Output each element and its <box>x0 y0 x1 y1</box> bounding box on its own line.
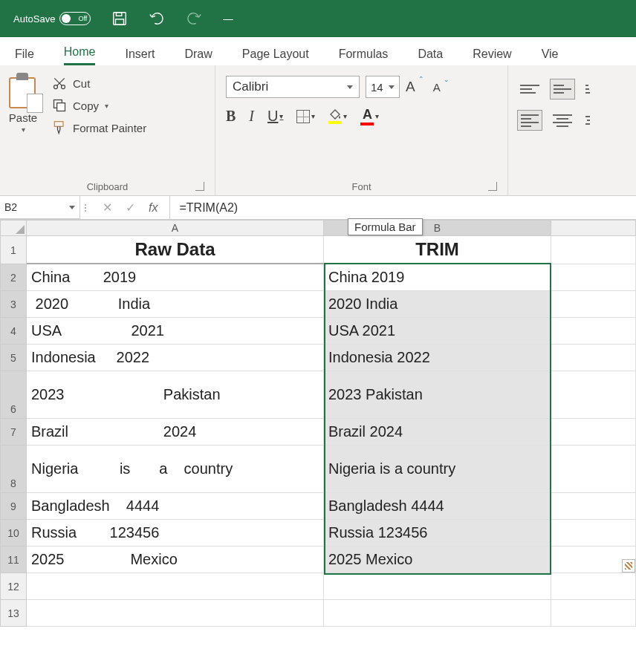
row-header[interactable]: 9 <box>0 493 27 520</box>
cell-C1[interactable] <box>551 236 636 264</box>
formula-input[interactable]: =TRIM(A2) <box>170 196 636 219</box>
row-header[interactable]: 3 <box>0 291 27 318</box>
row-header[interactable]: 10 <box>0 520 27 547</box>
row-header[interactable]: 11 <box>0 547 27 573</box>
cell-B6[interactable]: 2023 Pakistan <box>324 371 551 419</box>
save-icon[interactable] <box>111 10 128 27</box>
cell-A9[interactable]: Bangladesh 4444 <box>27 493 324 520</box>
tab-file[interactable]: File <box>15 48 34 65</box>
row-header[interactable]: 5 <box>0 345 27 371</box>
cell-A8[interactable]: Nigeria is a country <box>27 446 324 493</box>
quick-access-dropdown[interactable] <box>223 18 233 20</box>
cell-A3[interactable]: 2020 India <box>27 291 324 318</box>
font-name-select[interactable]: Calibri <box>226 76 360 98</box>
cell-C13[interactable] <box>551 600 636 627</box>
cell-C2[interactable] <box>551 264 636 291</box>
cut-button[interactable]: Cut <box>52 76 146 91</box>
cell-C12[interactable] <box>551 573 636 600</box>
italic-button[interactable]: I <box>249 108 254 125</box>
cell-A12[interactable] <box>27 573 324 600</box>
row-header[interactable]: 13 <box>0 600 27 627</box>
borders-button[interactable]: ▾ <box>296 110 315 123</box>
tab-view[interactable]: Vie <box>542 48 559 65</box>
name-box[interactable]: B2 <box>0 196 80 219</box>
tab-insert[interactable]: Insert <box>125 48 155 65</box>
cell-C11[interactable] <box>551 547 636 573</box>
clipboard-launcher-icon[interactable] <box>195 182 204 191</box>
tab-formulas[interactable]: Formulas <box>339 48 389 65</box>
cell-C5[interactable] <box>551 345 636 371</box>
cell-C3[interactable] <box>551 291 636 318</box>
select-all-corner[interactable] <box>0 220 27 236</box>
cell-C4[interactable] <box>551 318 636 345</box>
col-header-C[interactable] <box>551 220 636 236</box>
cell-B8[interactable]: Nigeria is a country <box>324 446 551 493</box>
cell-B5[interactable]: Indonesia 2022 <box>324 345 551 371</box>
copy-button[interactable]: Copy ▾ <box>52 98 146 113</box>
cell-A7[interactable]: Brazil 2024 <box>27 419 324 446</box>
paste-options-icon[interactable] <box>622 559 635 572</box>
font-launcher-icon[interactable] <box>488 182 497 191</box>
row-header[interactable]: 4 <box>0 318 27 345</box>
undo-icon[interactable] <box>149 10 165 27</box>
align-right-button[interactable] <box>583 110 593 131</box>
autosave-toggle[interactable]: AutoSave Off <box>13 12 91 25</box>
cell-B4[interactable]: USA 2021 <box>324 318 551 345</box>
align-center-button[interactable] <box>550 110 575 131</box>
cell-B13[interactable] <box>324 600 551 627</box>
cell-C6[interactable] <box>551 371 636 419</box>
cell-B10[interactable]: Russia 123456 <box>324 520 551 547</box>
row-header[interactable]: 1 <box>0 236 27 264</box>
svg-rect-9 <box>54 122 63 127</box>
format-painter-button[interactable]: Format Painter <box>52 120 146 135</box>
paste-button[interactable]: Paste ▾ <box>7 70 39 178</box>
font-color-button[interactable]: A ▾ <box>360 107 379 125</box>
cell-A1[interactable]: Raw Data <box>27 236 324 264</box>
increase-font-button[interactable]: A <box>406 79 421 95</box>
cell-B1[interactable]: TRIM <box>324 236 551 264</box>
row-header[interactable]: 2 <box>0 264 27 291</box>
fx-icon[interactable]: fx <box>149 201 158 215</box>
row-header[interactable]: 8 <box>0 446 27 493</box>
cell-C9[interactable] <box>551 493 636 520</box>
row-header[interactable]: 12 <box>0 573 27 600</box>
align-middle-button[interactable] <box>550 79 575 100</box>
cancel-formula-icon[interactable]: ✕ <box>103 200 112 215</box>
align-bottom-button[interactable] <box>583 79 593 100</box>
tab-draw[interactable]: Draw <box>184 48 212 65</box>
underline-button[interactable]: U▾ <box>267 108 283 125</box>
col-header-A[interactable]: A <box>27 220 324 236</box>
tab-data[interactable]: Data <box>418 48 443 65</box>
align-top-button[interactable] <box>517 79 542 100</box>
cell-A2[interactable]: China 2019 <box>27 264 324 291</box>
cell-B2[interactable]: China 2019 <box>324 264 551 291</box>
tab-pagelayout[interactable]: Page Layout <box>242 48 309 65</box>
cell-C10[interactable] <box>551 520 636 547</box>
cell-C8[interactable] <box>551 446 636 493</box>
cell-B7[interactable]: Brazil 2024 <box>324 419 551 446</box>
fill-color-button[interactable]: ▾ <box>328 109 347 124</box>
cell-A11[interactable]: 2025 Mexico <box>27 547 324 573</box>
paste-label: Paste <box>9 111 37 124</box>
align-left-button[interactable] <box>517 110 542 131</box>
cell-A13[interactable] <box>27 600 324 627</box>
decrease-font-button[interactable]: A <box>427 81 447 94</box>
cell-A4[interactable]: USA 2021 <box>27 318 324 345</box>
tab-review[interactable]: Review <box>473 48 511 65</box>
cell-A5[interactable]: Indonesia 2022 <box>27 345 324 371</box>
cell-C7[interactable] <box>551 419 636 446</box>
font-size-select[interactable]: 14 <box>366 76 400 98</box>
redo-icon[interactable] <box>186 10 202 27</box>
cell-A10[interactable]: Russia 123456 <box>27 520 324 547</box>
cell-A6[interactable]: 2023 Pakistan <box>27 371 324 419</box>
bold-button[interactable]: B <box>226 108 236 125</box>
cell-B9[interactable]: Bangladesh 4444 <box>324 493 551 520</box>
tab-home[interactable]: Home <box>64 45 96 65</box>
cell-B3[interactable]: 2020 India <box>324 291 551 318</box>
enter-formula-icon[interactable]: ✓ <box>126 200 135 215</box>
cell-B12[interactable] <box>324 573 551 600</box>
cell-B11[interactable]: 2025 Mexico <box>324 547 551 573</box>
chevron-down-icon[interactable]: ▾ <box>22 125 25 134</box>
row-header[interactable]: 6 <box>0 371 27 419</box>
row-header[interactable]: 7 <box>0 419 27 446</box>
